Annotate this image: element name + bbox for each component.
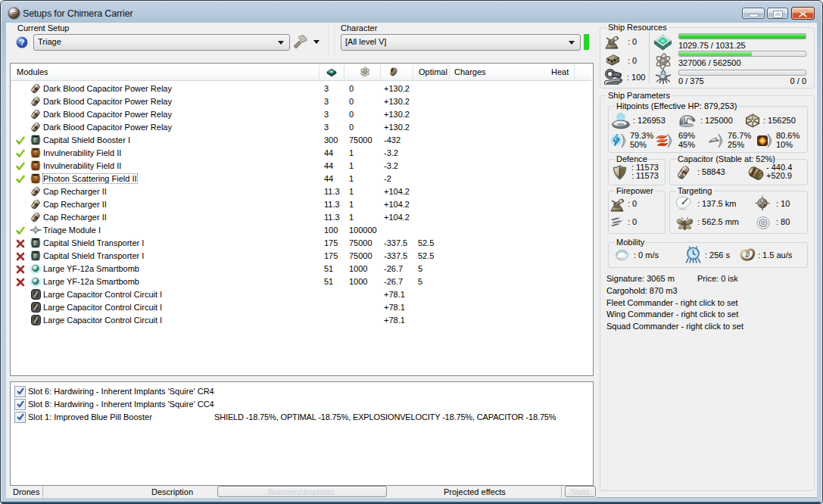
svg-text:?: ? <box>20 38 25 47</box>
